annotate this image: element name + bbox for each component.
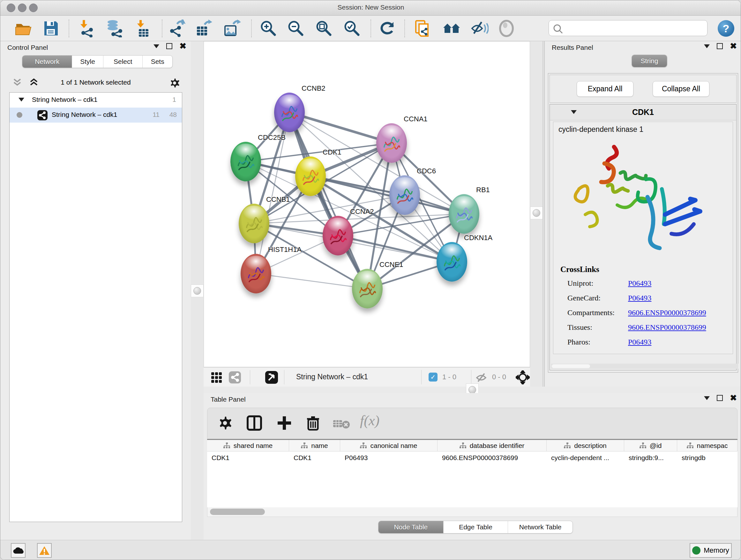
node-ccna1[interactable] — [376, 123, 407, 163]
string-home-icon[interactable] — [443, 19, 461, 37]
gear-icon[interactable] — [168, 77, 181, 89]
column-header-database-identifier[interactable]: database identifier — [437, 440, 547, 451]
network-list: String Network – cdk1 1 String Network –… — [9, 92, 182, 522]
add-column-icon[interactable] — [276, 415, 292, 431]
close-table-icon[interactable]: ✖ — [730, 395, 737, 401]
selected-nodes-checkbox[interactable]: ✓ — [428, 373, 437, 381]
tab-sets[interactable]: Sets — [142, 56, 172, 68]
cell[interactable]: cyclin-dependent ... — [547, 451, 624, 465]
cloud-button[interactable] — [11, 543, 25, 558]
right-splitter-knob[interactable] — [530, 206, 543, 219]
tab-network-table[interactable]: Network Table — [508, 521, 572, 533]
float-panel-icon[interactable] — [166, 43, 172, 49]
left-splitter-knob[interactable] — [191, 285, 204, 297]
cell[interactable]: CDK1 — [207, 451, 289, 465]
node-ccne1[interactable] — [352, 269, 383, 308]
export-network-icon[interactable] — [167, 19, 185, 37]
crosslink-link[interactable]: 9606.ENSP00000378699 — [628, 308, 706, 317]
delete-column-icon[interactable] — [305, 415, 321, 431]
column-visibility-icon[interactable] — [246, 415, 262, 431]
new-window-icon[interactable] — [265, 371, 278, 384]
open-session-icon[interactable] — [14, 19, 32, 37]
tab-string[interactable]: String — [632, 55, 667, 67]
cdk1-entry-header[interactable]: CDK1 — [550, 105, 736, 120]
cell[interactable]: 9606.ENSP00000378699 — [437, 451, 547, 465]
collapse-panel-icon[interactable] — [153, 44, 159, 48]
crosslink-link[interactable]: P06493 — [628, 338, 651, 346]
tab-network[interactable]: Network — [22, 56, 72, 68]
function-builder-icon[interactable]: f(x) — [360, 413, 380, 429]
export-image-icon[interactable] — [223, 19, 241, 37]
column-header-namespac[interactable]: namespac — [677, 440, 738, 451]
results-hscrollbar[interactable] — [551, 364, 738, 369]
column-header-name[interactable]: name — [289, 440, 340, 451]
zoom-in-icon[interactable] — [259, 19, 277, 37]
crosslink-link[interactable]: P06493 — [628, 279, 651, 287]
tab-node-table[interactable]: Node Table — [379, 521, 443, 533]
column-header-canonical-name[interactable]: canonical name — [340, 440, 437, 451]
cell[interactable]: stringdb:9... — [624, 451, 677, 465]
node-cdc25b[interactable] — [230, 142, 261, 181]
float-view-icon[interactable] — [228, 371, 241, 384]
node-ccnb1[interactable] — [239, 204, 269, 243]
zoom-fit-icon[interactable] — [315, 19, 333, 37]
node-cdc6[interactable] — [389, 175, 420, 215]
delete-table-icon[interactable] — [333, 418, 350, 430]
column-header-shared-name[interactable]: shared name — [207, 440, 289, 451]
close-results-icon[interactable]: ✖ — [730, 43, 737, 49]
node-label-cdk1: CDK1 — [323, 148, 341, 157]
node-rb1[interactable] — [449, 194, 479, 234]
birdseye-toggle-icon[interactable] — [516, 370, 530, 384]
eye-disabled-icon[interactable] — [498, 19, 516, 37]
close-panel-icon[interactable]: ✖ — [179, 43, 186, 49]
grid-view-icon[interactable] — [211, 372, 222, 383]
search-input[interactable] — [565, 22, 703, 35]
zoom-out-icon[interactable] — [287, 19, 305, 37]
tab-edge-table[interactable]: Edge Table — [443, 521, 508, 533]
memory-button[interactable]: Memory — [690, 543, 732, 558]
float-table-icon[interactable] — [717, 395, 723, 401]
network-row[interactable]: String Network – cdk1 11 48 — [10, 108, 182, 123]
table-header-row[interactable]: shared namenamecanonical namedatabase id… — [207, 440, 738, 451]
node-table: shared namenamecanonical namedatabase id… — [207, 439, 738, 507]
help-button[interactable]: ? — [718, 20, 734, 37]
expand-all-button[interactable]: Expand All — [577, 81, 633, 97]
tab-select[interactable]: Select — [103, 56, 142, 68]
left-splitter[interactable] — [191, 41, 204, 540]
column-header--id[interactable]: @id — [624, 440, 677, 451]
crosslink-link[interactable]: P06493 — [628, 294, 651, 302]
float-results-icon[interactable] — [717, 43, 723, 49]
cell[interactable]: P06493 — [340, 451, 437, 465]
node-ccnb2[interactable] — [274, 92, 305, 132]
table-hscrollbar[interactable] — [207, 507, 738, 517]
import-network-icon[interactable] — [79, 19, 97, 37]
warning-button[interactable] — [37, 543, 52, 558]
network-view-canvas[interactable]: CCNB2CCNA1CDC25BCDK1CDC6RB1CCNB1CCNA2CDK… — [204, 41, 530, 367]
node-label-cdkn1a: CDKN1A — [464, 234, 492, 242]
export-table-icon[interactable] — [195, 19, 213, 37]
collapse-results-icon[interactable] — [704, 44, 710, 48]
horizontal-splitter[interactable] — [204, 387, 741, 393]
cell[interactable]: stringdb — [677, 451, 738, 465]
collapse-all-button[interactable]: Collapse All — [653, 81, 710, 97]
cell[interactable]: CDK1 — [289, 451, 340, 465]
crosslink-link[interactable]: 9606.ENSP00000378699 — [628, 323, 706, 331]
network-collection-row[interactable]: String Network – cdk1 1 — [10, 92, 182, 108]
refresh-icon[interactable] — [379, 19, 397, 37]
eye-slash-waves-icon[interactable] — [471, 19, 488, 37]
save-session-icon[interactable] — [42, 19, 60, 37]
node-hist1h1a[interactable] — [241, 254, 271, 294]
right-splitter[interactable] — [530, 41, 543, 387]
zoom-selected-icon[interactable] — [343, 19, 361, 37]
column-header-description[interactable]: description — [547, 440, 624, 451]
tab-style[interactable]: Style — [72, 56, 103, 68]
import-table-icon[interactable] — [134, 19, 152, 37]
node-ccna2[interactable] — [323, 216, 353, 255]
table-gear-icon[interactable] — [217, 415, 233, 431]
clipboard-network-icon[interactable] — [414, 19, 432, 37]
node-cdk1[interactable] — [295, 157, 326, 196]
import-database-icon[interactable] — [106, 19, 124, 37]
table-row[interactable]: CDK1CDK1P064939606.ENSP00000378699cyclin… — [207, 451, 738, 465]
node-cdkn1a[interactable] — [436, 242, 467, 282]
collapse-table-icon[interactable] — [704, 396, 710, 400]
